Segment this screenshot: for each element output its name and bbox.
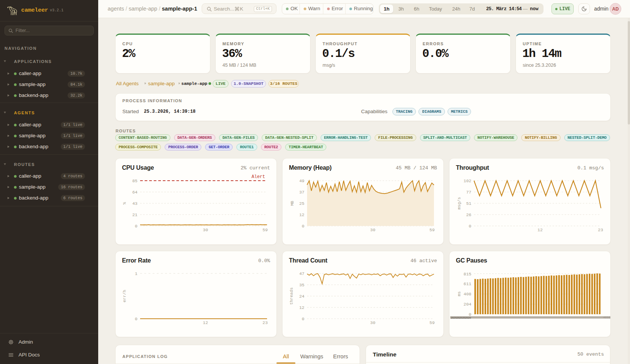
svg-text:MB: MB — [290, 201, 295, 206]
svg-text:12: 12 — [299, 305, 304, 310]
svg-text:Alert: Alert — [252, 174, 265, 180]
svg-text:ms: ms — [457, 291, 462, 296]
svg-text:23: 23 — [262, 320, 268, 325]
svg-text:threads: threads — [289, 287, 294, 305]
svg-text:47: 47 — [299, 271, 304, 276]
svg-text:21: 21 — [132, 212, 137, 217]
svg-text:%: % — [122, 202, 127, 204]
svg-text:35: 35 — [299, 283, 304, 287]
svg-text:77: 77 — [466, 190, 471, 195]
svg-text:204: 204 — [463, 302, 471, 307]
svg-text:59: 59 — [429, 227, 435, 232]
svg-text:43: 43 — [132, 201, 137, 206]
svg-text:err/h: err/h — [122, 290, 127, 302]
svg-text:408: 408 — [463, 292, 471, 296]
svg-text:49: 49 — [299, 178, 304, 183]
svg-text:815: 815 — [463, 272, 471, 276]
svg-text:611: 611 — [463, 281, 471, 286]
svg-text:30: 30 — [370, 227, 375, 232]
svg-text:4656: 4656 — [603, 316, 610, 319]
svg-text:26: 26 — [466, 212, 471, 217]
svg-text:0: 0 — [135, 224, 137, 229]
svg-text:30: 30 — [370, 320, 375, 325]
svg-text:0: 0 — [302, 316, 304, 321]
svg-text:12: 12 — [537, 227, 543, 232]
svg-text:msg/s: msg/s — [457, 197, 462, 209]
svg-text:102: 102 — [463, 178, 471, 183]
svg-text:23: 23 — [598, 227, 603, 232]
svg-text:59: 59 — [262, 227, 268, 232]
svg-text:0: 0 — [135, 316, 137, 321]
svg-text:25: 25 — [299, 201, 304, 206]
svg-text:51: 51 — [466, 201, 471, 206]
svg-text:30: 30 — [203, 227, 208, 232]
svg-text:12: 12 — [203, 320, 208, 325]
svg-text:1: 1 — [135, 271, 137, 276]
svg-text:37: 37 — [299, 190, 304, 195]
svg-text:85: 85 — [132, 178, 137, 183]
svg-text:0: 0 — [469, 224, 471, 229]
svg-text:24: 24 — [299, 294, 304, 299]
svg-text:20202020202020: 20202020202020 — [451, 316, 471, 319]
svg-text:59: 59 — [429, 320, 435, 325]
svg-text:0: 0 — [302, 224, 304, 229]
svg-text:64: 64 — [132, 190, 137, 195]
svg-text:12: 12 — [299, 212, 304, 217]
